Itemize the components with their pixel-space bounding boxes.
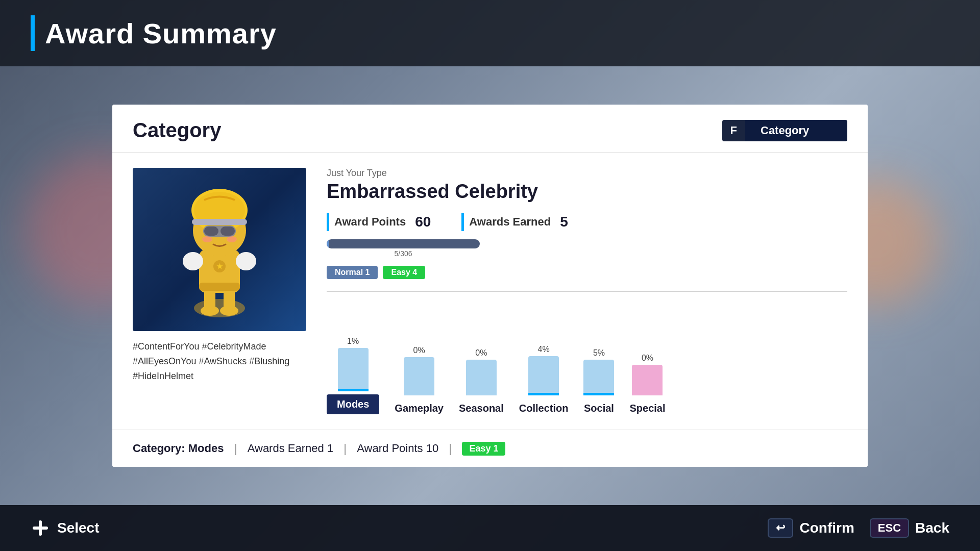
progress-label: 5/306 [327,249,480,258]
bar-fill-seasonal [466,360,497,395]
bar-fill-gameplay [404,357,434,395]
svg-point-9 [183,252,203,270]
svg-point-10 [236,252,256,270]
hashtag-line-1: #ContentForYou #CelebrityMade [133,339,306,354]
svg-rect-17 [204,227,218,236]
svg-point-3 [201,306,219,316]
award-points-stat: Award Points 60 [327,213,431,231]
svg-rect-6 [199,283,240,291]
svg-text:★: ★ [216,262,223,270]
stats-row: Award Points 60 Awards Earned 5 [327,213,847,231]
footer-sep-3: | [449,441,452,456]
svg-point-20 [227,236,237,242]
filter-value: Category [745,120,847,141]
bar-col-seasonal[interactable]: 0%Seasonal [459,314,504,414]
char-subtitle: Just Your Type [327,168,847,179]
footer-category-modes: Category: Modes [133,442,224,455]
card: Category F Category [112,105,868,467]
svg-rect-24 [33,527,48,530]
back-button[interactable]: ESC Back [870,518,949,538]
svg-rect-15 [192,219,247,225]
bar-chart: 1%Modes0%Gameplay0%Seasonal4%Collection5… [327,302,847,414]
svg-point-4 [220,306,238,316]
bar-pct-collection: 4% [538,345,550,354]
stats-panel: Just Your Type Embarrassed Celebrity Awa… [327,168,847,414]
bar-fill-collection [528,356,559,393]
card-body: ★ #ContentForYou #CelebrityMade #AllEyes… [112,153,868,430]
bar-wrapper-collection: 4% [528,314,559,395]
category-heading: Category [133,119,221,142]
select-label: Select [57,520,100,536]
progress-bar-fill [327,239,329,248]
back-label: Back [915,520,949,536]
hashtag-line-2: #AllEyesOnYou #AwShucks #Blushing [133,354,306,369]
top-bar: Award Summary [0,0,980,66]
bar-wrapper-seasonal: 0% [466,314,497,395]
progress-container: 5/306 [327,239,847,258]
chart-divider [327,291,847,292]
bar-pct-special: 0% [642,354,653,363]
footer-awards-earned: Awards Earned 1 [248,442,333,455]
bar-pct-gameplay: 0% [413,346,425,355]
footer-sep-1: | [234,441,237,456]
bar-col-gameplay[interactable]: 0%Gameplay [395,314,444,414]
esc-label: ESC [878,521,901,535]
char-name: Embarrassed Celebrity [327,181,847,203]
bar-pct-social: 5% [593,348,605,358]
category-filter[interactable]: F Category [722,120,847,141]
bar-col-special[interactable]: 0%Special [629,314,665,414]
award-points-value: 60 [415,214,431,230]
bar-label-social: Social [584,403,614,414]
card-header: Category F Category [112,105,868,153]
bar-col-collection[interactable]: 4%Collection [519,314,569,414]
confirm-icon: ↩ [776,521,785,535]
title-accent [31,15,35,51]
bar-indicator-social [583,393,614,395]
bar-wrapper-social: 5% [583,314,614,395]
bar-label-active-modes: Modes [327,394,379,414]
confirm-label: Confirm [799,520,854,536]
svg-rect-18 [220,227,235,236]
bar-label-special: Special [629,403,665,414]
bottom-bar: Select ↩ Confirm ESC Back [0,505,980,551]
esc-key-badge: ESC [870,518,909,538]
bar-label-gameplay: Gameplay [395,403,444,414]
bar-pct-seasonal: 0% [475,348,487,358]
bar-col-social[interactable]: 5%Social [583,314,614,414]
bar-label-collection: Collection [519,403,569,414]
bar-indicator-modes [338,389,369,391]
badge-normal: Normal 1 [327,266,378,279]
bar-fill-special [632,365,663,395]
bar-fill-social [583,360,614,393]
footer-stats: Category: Modes | Awards Earned 1 | Awar… [112,430,868,467]
page-title: Award Summary [45,17,277,50]
select-icon [31,518,50,538]
bar-col-modes[interactable]: 1%Modes [327,310,379,414]
bar-pct-modes: 1% [347,337,359,346]
confirm-key-badge: ↩ [768,518,793,538]
bar-fill-modes [338,348,369,389]
footer-sep-2: | [344,441,347,456]
character-svg: ★ [153,170,286,329]
main-content: Category F Category [102,66,878,505]
bar-indicator-collection [528,393,559,395]
bar-wrapper-special: 0% [632,314,663,395]
bar-wrapper-gameplay: 0% [404,314,434,395]
badges-row: Normal 1 Easy 4 [327,266,847,279]
stat-accent-1 [327,213,329,231]
awards-earned-stat: Awards Earned 5 [461,213,568,231]
character-image: ★ [133,168,306,331]
progress-bar-bg [327,239,480,248]
awards-earned-value: 5 [560,214,568,230]
select-action: Select [31,518,100,538]
svg-point-0 [194,299,245,317]
character-panel: ★ #ContentForYou #CelebrityMade #AllEyes… [133,168,306,414]
filter-key: F [722,120,745,141]
bar-label-seasonal: Seasonal [459,403,504,414]
awards-earned-label: Awards Earned [469,215,551,229]
footer-award-points: Award Points 10 [357,442,438,455]
bottom-right-actions: ↩ Confirm ESC Back [768,518,949,538]
hashtag-line-3: #HideInHelmet [133,369,306,384]
confirm-button[interactable]: ↩ Confirm [768,518,854,538]
award-points-label: Award Points [334,215,406,229]
